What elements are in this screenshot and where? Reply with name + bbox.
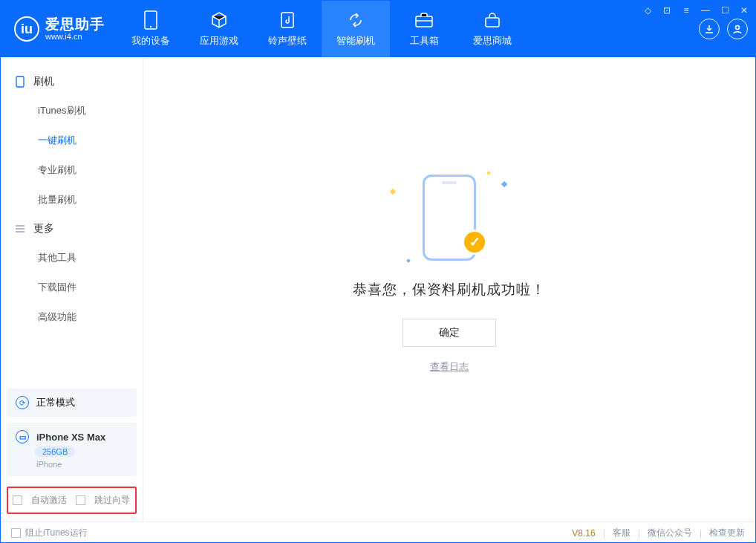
sparkle-icon xyxy=(486,171,491,175)
window-controls: ◇ ⊡ ≡ — ☐ ✕ xyxy=(642,4,750,16)
device-card[interactable]: ▭ iPhone XS Max 256GB iPhone xyxy=(7,423,137,476)
maximize-icon[interactable]: ☐ xyxy=(719,4,731,16)
checkbox-block-itunes[interactable] xyxy=(11,528,21,538)
sidebar-item-other-tools[interactable]: 其他工具 xyxy=(1,243,143,273)
tab-label: 爱思商城 xyxy=(473,34,512,48)
checkbox-auto-activate[interactable] xyxy=(13,495,22,505)
feedback-icon[interactable]: ⊡ xyxy=(661,4,673,16)
sidebar-group-more: 更多 xyxy=(1,215,143,243)
mode-card[interactable]: ⟳ 正常模式 xyxy=(7,388,137,417)
svg-rect-6 xyxy=(16,77,24,87)
sidebar-item-itunes-flash[interactable]: iTunes刷机 xyxy=(1,96,143,126)
close-icon[interactable]: ✕ xyxy=(738,4,750,16)
sidebar-group-flash: 刷机 xyxy=(1,68,143,96)
skip-guide-label: 跳过向导 xyxy=(94,494,130,507)
svg-point-1 xyxy=(150,26,151,27)
tab-store[interactable]: 爱思商城 xyxy=(458,1,527,57)
sync-icon: ⟳ xyxy=(16,396,29,409)
app-url: www.i4.cn xyxy=(45,32,105,41)
checkbox-skip-guide[interactable] xyxy=(76,495,85,505)
mode-label: 正常模式 xyxy=(36,396,75,409)
tab-ringtone-wallpaper[interactable]: 铃声壁纸 xyxy=(253,1,322,57)
app-name: 爱思助手 xyxy=(45,17,105,33)
download-button[interactable] xyxy=(699,19,720,39)
footer-link-support[interactable]: 客服 xyxy=(613,527,630,539)
sidebar-item-advanced[interactable]: 高级功能 xyxy=(1,302,143,332)
device-type: iPhone xyxy=(36,460,62,469)
tshirt-icon[interactable]: ◇ xyxy=(642,4,654,16)
check-badge-icon: ✓ xyxy=(462,230,487,255)
main-content: ✓ 恭喜您，保资料刷机成功啦！ 确定 查看日志 xyxy=(143,57,755,521)
device-storage: 256GB xyxy=(35,446,75,457)
auto-activate-label: 自动激活 xyxy=(31,494,67,507)
tab-label: 我的设备 xyxy=(131,34,170,48)
tab-label: 铃声壁纸 xyxy=(268,34,307,48)
nav-tabs: 我的设备 应用游戏 铃声壁纸 智能刷机 工具箱 爱思商城 xyxy=(117,1,527,57)
sidebar-item-oneclick-flash[interactable]: 一键刷机 xyxy=(1,126,143,155)
header: iu 爱思助手 www.i4.cn 我的设备 应用游戏 铃声壁纸 智能刷机 工具… xyxy=(1,1,755,57)
sidebar-item-batch-flash[interactable]: 批量刷机 xyxy=(1,185,143,215)
tab-my-device[interactable]: 我的设备 xyxy=(117,1,185,57)
tab-smart-flash[interactable]: 智能刷机 xyxy=(322,1,390,57)
refresh-icon xyxy=(346,10,365,30)
success-message: 恭喜您，保资料刷机成功啦！ xyxy=(353,280,546,299)
svg-rect-3 xyxy=(416,16,432,27)
svg-point-5 xyxy=(736,26,740,30)
list-icon xyxy=(14,223,26,235)
highlighted-options: 自动激活 跳过向导 xyxy=(7,487,137,514)
block-itunes-label: 阻止iTunes运行 xyxy=(25,527,88,539)
ok-button[interactable]: 确定 xyxy=(403,319,496,347)
sidebar: 刷机 iTunes刷机 一键刷机 专业刷机 批量刷机 更多 其他工具 下载固件 … xyxy=(1,57,143,521)
music-icon xyxy=(278,10,297,30)
svg-rect-4 xyxy=(486,18,499,27)
device-name: iPhone XS Max xyxy=(36,432,105,443)
footer-link-update[interactable]: 检查更新 xyxy=(709,527,745,539)
app-logo: iu 爱思助手 www.i4.cn xyxy=(1,1,117,57)
group-title: 更多 xyxy=(33,222,54,235)
sparkle-icon xyxy=(390,189,396,195)
menu-icon[interactable]: ≡ xyxy=(680,4,692,16)
account-button[interactable] xyxy=(727,19,748,39)
sidebar-item-pro-flash[interactable]: 专业刷机 xyxy=(1,155,143,185)
view-log-link[interactable]: 查看日志 xyxy=(430,360,469,374)
footer-link-wechat[interactable]: 微信公众号 xyxy=(648,527,692,539)
tab-toolbox[interactable]: 工具箱 xyxy=(390,1,458,57)
logo-icon: iu xyxy=(14,16,39,42)
sparkle-icon xyxy=(501,181,507,187)
status-bar: 阻止iTunes运行 V8.16 | 客服 | 微信公众号 | 检查更新 xyxy=(1,521,755,543)
shop-icon xyxy=(483,10,502,30)
tab-label: 应用游戏 xyxy=(200,34,238,48)
tab-label: 工具箱 xyxy=(410,34,439,48)
device-small-icon: ▭ xyxy=(16,430,29,443)
device-icon xyxy=(141,10,160,30)
tab-label: 智能刷机 xyxy=(336,34,375,48)
sidebar-item-download-firmware[interactable]: 下载固件 xyxy=(1,273,143,302)
minimize-icon[interactable]: — xyxy=(700,4,711,16)
cube-icon xyxy=(209,10,229,30)
tab-apps-games[interactable]: 应用游戏 xyxy=(185,1,253,57)
success-illustration: ✓ xyxy=(386,169,512,265)
phone-icon xyxy=(14,76,26,88)
toolbox-icon xyxy=(414,10,434,30)
group-title: 刷机 xyxy=(33,75,54,88)
sparkle-icon xyxy=(406,259,411,263)
version-label: V8.16 xyxy=(572,528,595,539)
